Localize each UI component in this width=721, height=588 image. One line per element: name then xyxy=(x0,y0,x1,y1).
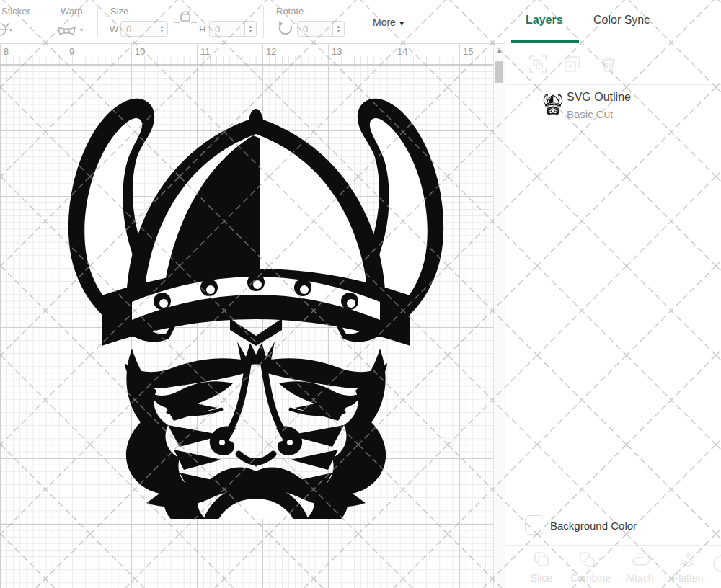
toolbar-divider xyxy=(363,6,363,38)
combine-label: Combine xyxy=(566,572,615,584)
layer-item-svg-outline[interactable]: SVG Outline Basic Cut xyxy=(505,85,721,135)
slice-label: Slice xyxy=(517,572,566,584)
flatten-button[interactable]: Flatten xyxy=(663,551,712,584)
delete-button[interactable] xyxy=(599,55,618,74)
toolbar-divider xyxy=(43,6,43,38)
background-color-swatch[interactable] xyxy=(525,515,544,535)
sticker-section-label: Sticker xyxy=(1,6,30,17)
toolbar-divider xyxy=(97,6,98,38)
height-label: H xyxy=(199,24,205,35)
layer-tools-row xyxy=(505,43,721,85)
tab-layers[interactable]: Layers xyxy=(526,14,563,27)
panel-tabs: Layers Color Sync xyxy=(505,0,721,43)
warp-dropdown-caret[interactable]: ▾ xyxy=(80,27,83,33)
top-toolbar: Sticker ▾ Warp ▾ Size W ▲▼ H ▲▼ xyxy=(0,0,505,43)
viking-mascot-artwork[interactable] xyxy=(61,92,451,519)
scrollbar-thumb[interactable] xyxy=(495,61,503,83)
background-color-row: Background Color xyxy=(505,506,721,545)
slice-button[interactable]: Slice xyxy=(517,551,566,584)
rotate-input-group: ▲▼ xyxy=(297,21,345,37)
aspect-lock-icon[interactable] xyxy=(172,6,198,27)
toolbar-divider xyxy=(263,6,264,38)
height-stepper[interactable]: ▲▼ xyxy=(244,22,256,36)
canvas-vertical-scrollbar[interactable]: ▲ xyxy=(493,43,505,588)
attach-label: Attach xyxy=(615,572,664,584)
warp-icon[interactable] xyxy=(57,24,76,40)
ruler-tick-label: 15 xyxy=(463,46,473,57)
height-input-group: ▲▼ xyxy=(209,21,257,37)
duplicate-button[interactable] xyxy=(563,55,582,74)
rotate-input[interactable] xyxy=(298,22,332,36)
rotate-icon[interactable] xyxy=(277,20,293,40)
width-label: W xyxy=(110,24,118,35)
group-button[interactable] xyxy=(528,55,547,74)
ruler-tick-label: 14 xyxy=(397,46,407,57)
layer-subtitle: Basic Cut xyxy=(567,108,613,120)
layer-thumbnail-viking xyxy=(543,94,563,115)
ruler-tick-label: 8 xyxy=(4,46,9,57)
bottom-actions-bar: Slice Combine Attach Flatten xyxy=(505,545,721,588)
layer-title: SVG Outline xyxy=(567,91,631,104)
width-input-group: ▲▼ xyxy=(120,21,168,37)
more-button[interactable]: More ▼ xyxy=(373,17,405,28)
more-label: More xyxy=(373,17,396,28)
combine-button[interactable]: Combine xyxy=(566,551,615,584)
flatten-label: Flatten xyxy=(663,572,712,584)
height-input[interactable] xyxy=(210,22,244,36)
layers-panel: Layers Color Sync SVG Outline Basic Cut xyxy=(505,0,721,588)
ruler-tick-label: 12 xyxy=(266,46,276,57)
warp-section-label: Warp xyxy=(61,6,83,17)
partial-action-icon[interactable] xyxy=(713,555,721,572)
background-color-label: Background Color xyxy=(550,520,637,532)
width-input[interactable] xyxy=(121,22,156,36)
design-canvas[interactable] xyxy=(0,65,493,588)
rotate-section-label: Rotate xyxy=(276,6,304,17)
ruler-tick-label: 10 xyxy=(135,46,145,57)
width-stepper[interactable]: ▲▼ xyxy=(156,22,167,36)
horizontal-ruler: 8 9 10 11 12 13 14 15 xyxy=(0,43,493,65)
attach-button[interactable]: Attach xyxy=(615,551,664,584)
sticker-dropdown-caret[interactable]: ▾ xyxy=(9,27,12,33)
ruler-tick-label: 9 xyxy=(69,46,74,57)
ruler-tick-label: 11 xyxy=(200,46,211,57)
more-dropdown-caret: ▼ xyxy=(399,20,405,27)
size-section-label: Size xyxy=(110,6,128,17)
tab-color-sync[interactable]: Color Sync xyxy=(593,14,650,27)
rotate-stepper[interactable]: ▲▼ xyxy=(332,22,344,36)
app-window: Sticker ▾ Warp ▾ Size W ▲▼ H ▲▼ xyxy=(0,0,721,588)
ruler-tick-label: 13 xyxy=(332,46,342,57)
scroll-up-arrow-icon[interactable]: ▲ xyxy=(494,47,505,54)
